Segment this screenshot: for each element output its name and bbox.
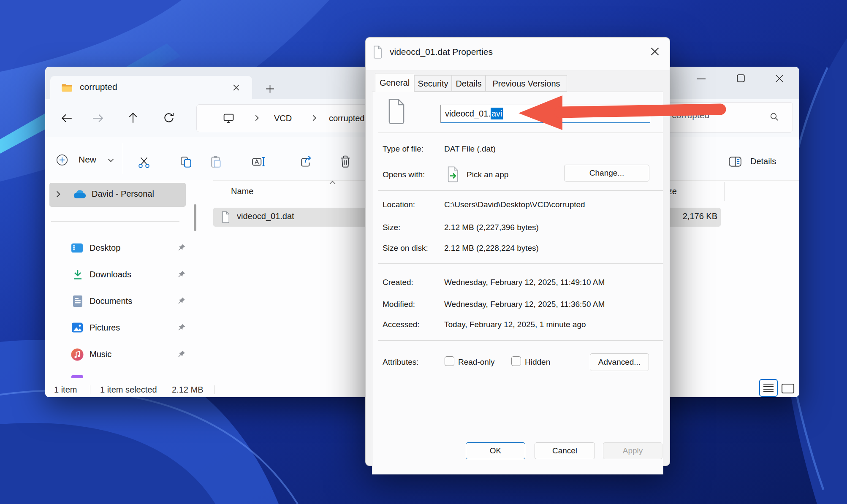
sidebar-item-music[interactable]: Music — [49, 344, 195, 366]
copy-icon[interactable] — [179, 155, 193, 169]
pick-an-app-icon — [446, 166, 460, 183]
cut-icon[interactable] — [137, 155, 151, 169]
hidden-checkbox[interactable] — [511, 356, 521, 366]
advanced-button[interactable]: Advanced... — [590, 353, 649, 371]
column-divider[interactable] — [724, 182, 725, 201]
maximize-icon[interactable] — [737, 74, 745, 82]
sidebar-scrollbar[interactable] — [194, 204, 196, 231]
attributes-label: Attributes: — [383, 358, 419, 367]
ok-button[interactable]: OK — [466, 442, 525, 459]
separator — [378, 133, 663, 133]
separator — [378, 340, 663, 341]
size-on-disk-label: Size on disk: — [383, 244, 428, 253]
type-of-file-value: DAT File (.dat) — [444, 144, 496, 154]
sidebar-item-documents[interactable]: Documents — [49, 291, 195, 313]
filename-base: videocd_01. — [445, 109, 491, 118]
search-icon[interactable] — [769, 112, 779, 122]
desktop-icon — [71, 242, 84, 254]
sidebar-item-onedrive[interactable]: David - Personal — [49, 183, 186, 207]
pin-icon — [177, 244, 186, 252]
opens-with-label: Opens with: — [383, 170, 425, 179]
videos-icon-partial[interactable] — [71, 375, 83, 378]
tab-title: corrupted — [80, 82, 117, 92]
expand-chevron-icon[interactable] — [54, 190, 62, 198]
view-thumbnail-toggle[interactable] — [781, 383, 795, 394]
properties-dialog: videocd_01.dat Properties General Securi… — [365, 37, 670, 466]
back-icon[interactable] — [60, 112, 73, 125]
file-icon — [221, 211, 231, 223]
sidebar-divider — [51, 221, 179, 222]
status-divider — [90, 385, 90, 394]
toolbar-divider — [123, 143, 123, 174]
tab-close-icon[interactable] — [232, 83, 241, 92]
modified-label: Modified: — [383, 300, 415, 309]
location-value: C:\Users\David\Desktop\VCD\corrupted — [444, 200, 585, 209]
onedrive-cloud-icon — [72, 190, 87, 200]
details-pane-label: Details — [750, 157, 776, 166]
sidebar-item-label: Downloads — [90, 270, 131, 279]
column-header-name[interactable]: Name — [231, 187, 253, 196]
close-icon[interactable] — [775, 74, 784, 83]
sidebar-item-label: Pictures — [90, 323, 120, 333]
delete-icon[interactable] — [339, 154, 352, 169]
created-label: Created: — [383, 278, 413, 287]
minimize-icon[interactable] — [697, 78, 706, 80]
change-button[interactable]: Change... — [564, 165, 649, 182]
refresh-icon[interactable] — [163, 111, 175, 124]
view-list-toggle[interactable] — [759, 379, 778, 397]
hidden-label: Hidden — [525, 358, 550, 367]
status-divider — [214, 385, 215, 394]
rename-icon[interactable] — [252, 155, 266, 168]
pin-icon — [177, 350, 186, 358]
opens-with-app: Pick an app — [467, 170, 508, 179]
sidebar-item-desktop[interactable]: Desktop — [49, 238, 195, 260]
tab-security[interactable]: Security — [414, 75, 452, 92]
cancel-button[interactable]: Cancel — [535, 442, 595, 459]
downloads-icon — [71, 268, 84, 281]
explorer-tab-corrupted[interactable]: corrupted — [50, 76, 252, 99]
tab-details[interactable]: Details — [452, 75, 486, 92]
desktop: corrupted — [0, 0, 847, 504]
item-count: 1 item — [54, 385, 77, 395]
file-name: videocd_01.dat — [237, 211, 294, 221]
pin-icon — [177, 323, 186, 332]
up-icon[interactable] — [127, 111, 139, 124]
tab-general[interactable]: General — [375, 73, 414, 92]
breadcrumb-item-corrupted[interactable]: corrupted — [329, 114, 365, 123]
created-value: Wednesday, February 12, 2025, 11:49:10 A… — [444, 278, 605, 287]
separator — [378, 190, 663, 191]
paste-icon[interactable] — [209, 155, 223, 168]
share-icon[interactable] — [299, 155, 313, 168]
pictures-icon — [71, 322, 84, 333]
this-pc-monitor-icon[interactable] — [223, 112, 235, 125]
sidebar-item-pictures[interactable]: Pictures — [49, 317, 195, 339]
location-label: Location: — [383, 200, 415, 209]
chevron-down-icon — [108, 158, 114, 163]
pin-icon — [177, 297, 186, 305]
pin-icon — [177, 270, 186, 279]
apply-button[interactable]: Apply — [603, 442, 662, 459]
modified-value: Wednesday, February 12, 2025, 11:36:50 A… — [444, 300, 605, 309]
breadcrumb-chevron-icon — [253, 114, 261, 122]
forward-icon[interactable] — [92, 112, 104, 125]
breadcrumb-chevron-icon — [310, 114, 318, 122]
music-icon — [71, 348, 84, 361]
documents-icon — [72, 295, 83, 308]
folder-icon — [61, 83, 73, 92]
dialog-title: videocd_01.dat Properties — [390, 47, 493, 57]
file-size: 2,176 KB — [683, 211, 717, 221]
sidebar-item-downloads[interactable]: Downloads — [49, 264, 195, 286]
details-pane-button[interactable]: Details — [728, 153, 792, 171]
file-icon — [372, 45, 383, 59]
type-of-file-label: Type of file: — [383, 144, 424, 154]
sidebar-item-label: Music — [90, 350, 111, 359]
sidebar-item-label: Desktop — [90, 243, 120, 253]
dialog-close-icon[interactable] — [649, 46, 660, 57]
tab-previous-versions[interactable]: Previous Versions — [486, 75, 567, 92]
new-tab-icon[interactable] — [264, 83, 276, 95]
size-value: 2.12 MB (2,227,396 bytes) — [444, 223, 539, 232]
read-only-checkbox[interactable] — [445, 356, 454, 366]
filename-input[interactable]: videocd_01.avi — [440, 105, 650, 123]
read-only-label: Read-only — [458, 358, 495, 367]
breadcrumb-item-vcd[interactable]: VCD — [274, 114, 292, 123]
